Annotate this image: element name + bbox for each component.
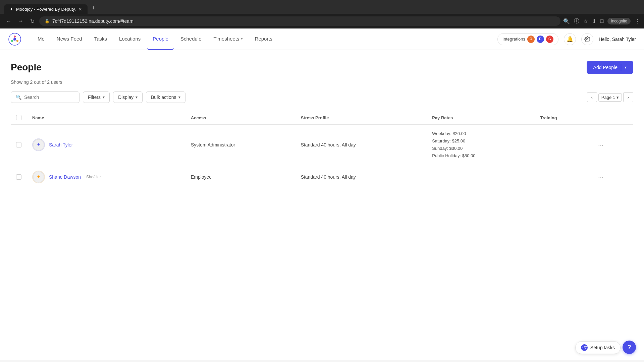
table-row: ✦ Sarah Tyler System AdministratorStanda… xyxy=(11,125,633,165)
training-shane-dawson xyxy=(535,165,590,189)
next-page-button[interactable]: › xyxy=(623,92,633,102)
svg-point-1 xyxy=(14,36,16,38)
svg-text:✦: ✦ xyxy=(37,142,41,147)
app-logo[interactable] xyxy=(8,33,21,46)
training-sarah-tyler xyxy=(535,125,590,165)
tab-favicon: ✦ xyxy=(9,6,13,12)
more-actions-sarah-tyler[interactable]: ··· xyxy=(595,140,606,150)
col-stress-profile: Stress Profile xyxy=(296,111,427,125)
col-training: Training xyxy=(535,111,590,125)
integration-avatar-1: O xyxy=(527,36,535,43)
search-icon: 🔍 xyxy=(16,95,21,100)
nav-item-reports[interactable]: Reports xyxy=(250,28,278,50)
nav-item-me[interactable]: Me xyxy=(32,28,50,50)
col-access: Access xyxy=(185,111,296,125)
integrations-label: Integrations xyxy=(502,37,525,42)
btn-divider xyxy=(621,64,621,71)
lock-icon: 🔒 xyxy=(45,19,50,23)
nav-item-news-feed[interactable]: News Feed xyxy=(51,28,88,50)
filters-button[interactable]: Filters ▾ xyxy=(83,92,110,103)
svg-point-3 xyxy=(11,40,13,42)
download-icon[interactable]: ⬇ xyxy=(592,18,596,24)
person-cell: ✦ Shane Dawson She/Her xyxy=(32,171,180,183)
forward-button[interactable]: → xyxy=(16,17,25,25)
nav-item-tasks[interactable]: Tasks xyxy=(89,28,112,50)
pay-rates-shane-dawson xyxy=(427,165,535,189)
pay-rates-sarah-tyler: Weekday: $20.00Saturday: $25.00Sunday: $… xyxy=(427,125,535,165)
pagination: ‹ Page 1 ▾ › xyxy=(587,92,633,102)
svg-line-7 xyxy=(13,40,14,40)
settings-button[interactable] xyxy=(581,33,593,45)
top-nav: Me News Feed Tasks Locations People Sche… xyxy=(0,28,644,50)
nav-item-schedule[interactable]: Schedule xyxy=(175,28,207,50)
url-text: 7cf47d19112152.na.deputy.com/#team xyxy=(52,18,133,24)
page-content: People Add People ▾ Showing 2 out of 2 u… xyxy=(0,50,644,200)
setup-tasks-button[interactable]: 4/7 Setup tasks xyxy=(575,341,621,354)
menu-icon[interactable]: ⋮ xyxy=(635,18,640,24)
incognito-badge: Incognito xyxy=(607,18,631,24)
more-actions-shane-dawson[interactable]: ··· xyxy=(595,172,606,182)
col-actions xyxy=(590,111,633,125)
people-table: Name Access Stress Profile Pay Rates Tra… xyxy=(11,111,633,189)
add-people-dropdown-icon: ▾ xyxy=(625,65,627,70)
bulk-actions-dropdown-icon: ▾ xyxy=(178,95,180,100)
showing-text: Showing 2 out of 2 users xyxy=(11,79,633,85)
bookmark-icon[interactable]: ☆ xyxy=(583,18,588,24)
table-row: ✦ Shane Dawson She/Her EmployeeStandard … xyxy=(11,165,633,189)
person-avatar-shane-dawson: ✦ xyxy=(32,171,45,183)
reload-button[interactable]: ↻ xyxy=(28,17,37,26)
person-avatar-sarah-tyler: ✦ xyxy=(32,138,45,151)
search-browser-icon[interactable]: 🔍 xyxy=(563,18,570,24)
add-people-button[interactable]: Add People ▾ xyxy=(587,61,633,74)
svg-line-6 xyxy=(16,40,17,40)
setup-tasks-badge: 4/7 xyxy=(581,344,588,351)
svg-point-4 xyxy=(13,38,16,41)
search-input[interactable] xyxy=(24,95,74,100)
row-checkbox-1[interactable] xyxy=(16,174,21,180)
select-all-header xyxy=(11,111,27,125)
page-select[interactable]: Page 1 ▾ xyxy=(598,93,622,102)
tab-close-button[interactable]: ✕ xyxy=(78,7,82,12)
svg-point-2 xyxy=(16,40,18,42)
person-name-shane-dawson[interactable]: Shane Dawson xyxy=(49,174,81,180)
new-tab-button[interactable]: + xyxy=(88,3,99,14)
display-button[interactable]: Display ▾ xyxy=(113,92,143,103)
page-dropdown-icon: ▾ xyxy=(616,95,619,100)
nav-item-timesheets[interactable]: Timesheets ▾ xyxy=(208,28,248,50)
access-shane-dawson: Employee xyxy=(185,165,296,189)
svg-point-8 xyxy=(587,38,588,40)
notifications-button[interactable]: 🔔 xyxy=(564,33,576,45)
integration-avatar-2: D xyxy=(537,36,544,43)
svg-text:✦: ✦ xyxy=(37,174,41,180)
search-box[interactable]: 🔍 xyxy=(11,92,79,103)
display-dropdown-icon: ▾ xyxy=(136,95,138,100)
integrations-button[interactable]: Integrations O D G xyxy=(497,33,558,45)
person-name-sarah-tyler[interactable]: Sarah Tyler xyxy=(49,142,73,147)
reader-mode-icon[interactable]: Ⓘ xyxy=(574,18,579,25)
col-pay-rates: Pay Rates xyxy=(427,111,535,125)
col-name: Name xyxy=(27,111,185,125)
stress-profile-shane-dawson: Standard 40 hours, All day xyxy=(296,165,427,189)
nav-item-people[interactable]: People xyxy=(147,28,174,50)
page-title: People xyxy=(11,62,42,73)
integration-avatar-3: G xyxy=(546,36,553,43)
extensions-icon[interactable]: □ xyxy=(600,18,604,24)
user-greeting[interactable]: Hello, Sarah Tyler xyxy=(599,37,636,42)
tab-title: Moodjoy - Powered By Deputy. xyxy=(16,7,76,12)
page-header: People Add People ▾ xyxy=(11,61,633,74)
nav-item-locations[interactable]: Locations xyxy=(114,28,146,50)
stress-profile-sarah-tyler: Standard 40 hours, All day xyxy=(296,125,427,165)
nav-right: Integrations O D G 🔔 Hello, Sarah Tyler xyxy=(497,33,636,45)
toolbar: 🔍 Filters ▾ Display ▾ Bulk actions ▾ ‹ P… xyxy=(11,92,633,103)
active-tab[interactable]: ✦ Moodjoy - Powered By Deputy. ✕ xyxy=(4,4,88,14)
help-button[interactable]: ? xyxy=(623,341,636,354)
bulk-actions-button[interactable]: Bulk actions ▾ xyxy=(146,92,185,103)
access-sarah-tyler: System Administrator xyxy=(185,125,296,165)
filters-dropdown-icon: ▾ xyxy=(103,95,105,100)
select-all-checkbox[interactable] xyxy=(16,115,21,120)
row-checkbox-0[interactable] xyxy=(16,142,21,147)
back-button[interactable]: ← xyxy=(4,17,13,25)
timesheets-dropdown-icon: ▾ xyxy=(241,36,243,41)
prev-page-button[interactable]: ‹ xyxy=(587,92,597,102)
address-bar[interactable]: 🔒 7cf47d19112152.na.deputy.com/#team xyxy=(39,16,560,26)
